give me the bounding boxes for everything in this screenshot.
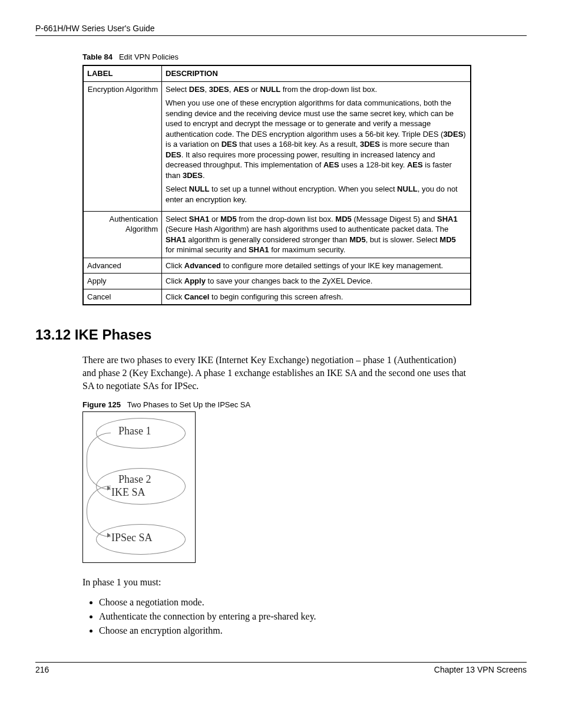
row-label: Apply [83, 274, 162, 289]
row-description: Click Advanced to configure more detaile… [162, 258, 471, 274]
row-label: Authentication Algorithm [83, 211, 162, 258]
figure-number: Figure 125 [82, 400, 121, 409]
page-header: P-661H/HW Series User's Guide [35, 24, 527, 36]
connector-arc-2 [87, 486, 111, 537]
header-title: P-661H/HW Series User's Guide [35, 24, 155, 33]
row-label: Advanced [83, 258, 162, 274]
row-description: Select DES, 3DES, AES or NULL from the d… [162, 81, 471, 211]
col-label: LABEL [83, 65, 162, 81]
figure-caption: Figure 125 Two Phases to Set Up the IPSe… [82, 400, 527, 409]
list-item: Authenticate the connection by entering … [99, 611, 464, 622]
row-description: Click Cancel to begin configuring this s… [162, 289, 471, 305]
chapter-label: Chapter 13 VPN Screens [434, 665, 527, 674]
table-row: Apply Click Apply to save your changes b… [83, 274, 471, 289]
row-description: Select SHA1 or MD5 from the drop-down li… [162, 211, 471, 258]
phase1-list: Choose a negotiation mode. Authenticate … [99, 597, 464, 636]
row-label: Cancel [83, 289, 162, 305]
table-caption: Table 84 Edit VPN Policies [82, 52, 527, 61]
table-row: Advanced Click Advanced to configure mor… [83, 258, 471, 274]
list-item: Choose an encryption algorithm. [99, 625, 464, 636]
list-intro: In phase 1 you must: [82, 576, 471, 589]
table-row: Cancel Click Cancel to begin configuring… [83, 289, 471, 305]
page-number: 216 [35, 665, 49, 674]
table-row: Encryption Algorithm Select DES, 3DES, A… [83, 81, 471, 211]
phase1-text: Phase 1 [118, 425, 151, 437]
table-title: Edit VPN Policies [119, 52, 178, 61]
connector-arc-1 [87, 433, 111, 490]
col-description: DESCRIPTION [162, 65, 471, 81]
arrow-icon [107, 533, 111, 538]
ike-sa-text: IKE SA [111, 486, 146, 499]
table-header-row: LABEL DESCRIPTION [83, 65, 471, 81]
phase2-text: Phase 2 [118, 473, 151, 486]
row-label: Encryption Algorithm [83, 81, 162, 211]
intro-paragraph: There are two phases to every IKE (Inter… [82, 354, 471, 392]
vpn-policies-table: LABEL DESCRIPTION Encryption Algorithm S… [82, 65, 471, 305]
section-heading: 13.12 IKE Phases [35, 327, 527, 343]
ike-phases-diagram: Phase 1 Phase 2 IKE SA IPSec SA [82, 411, 196, 563]
table-row: Authentication Algorithm Select SHA1 or … [83, 211, 471, 258]
table-number: Table 84 [82, 52, 113, 61]
page-footer: 216 Chapter 13 VPN Screens [35, 662, 527, 674]
ipsec-sa-text: IPSec SA [111, 532, 153, 544]
figure-title: Two Phases to Set Up the IPSec SA [127, 400, 251, 409]
row-description: Click Apply to save your changes back to… [162, 274, 471, 289]
list-item: Choose a negotiation mode. [99, 597, 464, 608]
